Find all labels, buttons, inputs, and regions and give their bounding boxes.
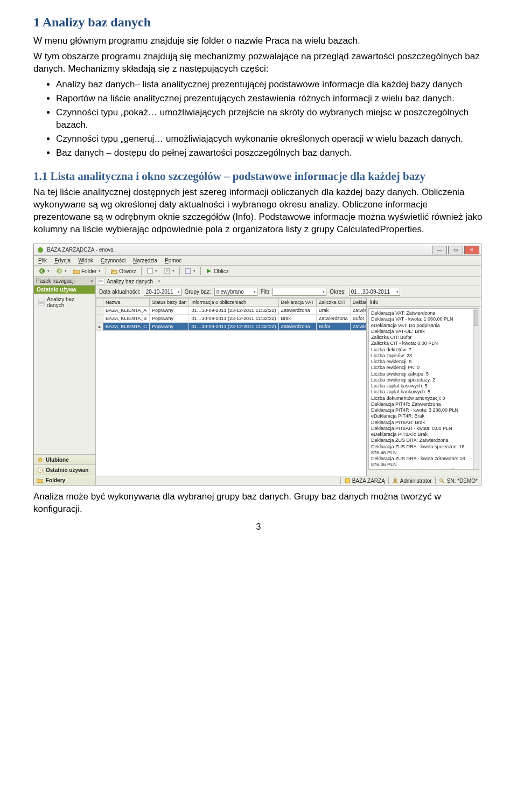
bullet-item: Baz danych – dostępu do pełnej zawartośc… xyxy=(56,147,484,159)
col-header[interactable]: Deklaracja ZUS DI xyxy=(350,299,367,307)
nav-recent-section[interactable]: Ostatnio używa xyxy=(34,286,95,294)
cell: Zatwierdzona xyxy=(350,307,367,315)
statusbar: BAZA ZARZĄ Administrator SN: *DEMO* xyxy=(96,476,481,485)
menu-widok[interactable]: Widok xyxy=(78,258,93,263)
info-panel: Info Deklaracja VAT: ZatwierdzonaDeklara… xyxy=(367,298,481,476)
nav-cat-fav[interactable]: Ulubione xyxy=(34,454,95,464)
group-field[interactable]: niewybrano xyxy=(214,288,257,296)
db-icon xyxy=(344,477,351,484)
page-number: 3 xyxy=(33,522,484,532)
info-line: Liczba zapisów: 28 xyxy=(371,353,477,359)
folder-icon xyxy=(73,268,80,274)
bullet-list: Analizy baz danych– lista analitycznej p… xyxy=(33,79,484,159)
maximize-button[interactable]: ▭ xyxy=(448,246,463,254)
toolbar-icon-1[interactable]: ▾ xyxy=(145,267,159,275)
cell: 01…30-09-2011 (23-12-2011 11:32:22) xyxy=(189,323,278,331)
nav-close-icon[interactable]: × xyxy=(90,279,93,284)
col-header[interactable]: Status bazy dan xyxy=(149,299,189,307)
oblicz-button[interactable]: Oblicz xyxy=(204,267,230,275)
col-header[interactable]: Nazwa xyxy=(103,299,150,307)
cell: Zatwierdzona xyxy=(278,307,316,315)
nav-cat-folders[interactable]: Foldery xyxy=(34,475,95,485)
svg-point-2 xyxy=(57,268,62,274)
cell: Brak xyxy=(278,315,316,323)
menu-edycja[interactable]: Edycja xyxy=(54,258,71,263)
status-user: Administrator xyxy=(388,477,432,484)
row-selector-header xyxy=(96,299,103,307)
folder-button[interactable]: Folder▾ xyxy=(72,267,102,275)
minimize-button[interactable]: — xyxy=(432,246,447,254)
paragraph: Analiza może być wykonywana dla wybranej… xyxy=(33,491,484,516)
close-button[interactable]: ✕ xyxy=(464,246,479,254)
info-line: Deklaracja VAT: Zatwierdzona xyxy=(371,310,477,316)
svg-point-1 xyxy=(39,268,45,274)
info-body: Deklaracja VAT: ZatwierdzonaDeklaracja V… xyxy=(368,308,479,470)
info-line: Deklaracja ZUS DRA - kwota zdrowotne: 18… xyxy=(371,456,477,468)
toolbar-separator xyxy=(106,267,106,275)
cell: Zatwierdzona xyxy=(316,315,350,323)
okres-field[interactable]: 01…30-09-2011 xyxy=(349,288,400,296)
menu-narzedzia[interactable]: Narzędzia xyxy=(133,258,157,263)
toolbar-icon-2[interactable]: ▾ xyxy=(162,267,176,275)
info-line: eDeklaracja PIT8AR: Brak xyxy=(371,432,477,438)
bullet-item: Czynności typu „pokaż… umożliwiających p… xyxy=(56,107,484,131)
list-icon xyxy=(38,299,45,306)
col-header[interactable]: Informacja o obliczeniach xyxy=(189,299,278,307)
scrollbar[interactable] xyxy=(473,309,479,469)
menu-czynnosci[interactable]: Czynności xyxy=(101,258,125,263)
cell: Bufor xyxy=(316,323,350,331)
cell: 01…30-09-2011 (23-12-2011 11:32:22) xyxy=(189,315,278,323)
info-line: Deklaracja PIT8AR: Brak xyxy=(371,420,477,426)
info-line: Deklaracja VAT-UE: Brak xyxy=(371,329,477,335)
status-sn: SN: *DEMO* xyxy=(435,477,478,484)
nav-item-analizy[interactable]: Analizy baz danych xyxy=(36,295,93,310)
menubar: Plik Edycja Widok Czynności Narzędzia Po… xyxy=(34,256,481,266)
toolbar-separator xyxy=(141,267,142,275)
info-line: Deklaracja ZUS DRA: Zatwierdzona xyxy=(371,438,477,443)
info-line: Liczba zapłat bankowych: 5 xyxy=(371,389,477,395)
info-line: Liczba ewidencji PK: 0 xyxy=(371,365,477,371)
menu-plik[interactable]: Plik xyxy=(38,258,47,263)
info-line: Liczba ewidencji zakupu: 5 xyxy=(371,371,477,377)
toolbar-separator xyxy=(200,267,201,275)
row-selector[interactable] xyxy=(96,315,103,323)
date-label: Data aktualności: xyxy=(99,289,141,295)
cell: Poprawny xyxy=(149,307,189,315)
date-field[interactable]: 20-10-2011 xyxy=(144,288,181,296)
heading-2: 1.1 Lista analityczna i okno szczegółów … xyxy=(33,170,484,183)
cell: Zatwierdzona xyxy=(350,323,367,331)
info-line: Liczba zapłat kasowych: 5 xyxy=(371,383,477,389)
nav-cat-recent[interactable]: Ostatnio używan xyxy=(34,464,95,475)
paragraph: W menu głównym programu znajduje się fol… xyxy=(33,35,484,47)
nav-forward-button[interactable]: ▾ xyxy=(54,267,68,275)
open-button[interactable]: Otwórz xyxy=(109,267,138,275)
menu-pomoc[interactable]: Pomoc xyxy=(165,258,181,263)
nav-panel: Pasek nawigacji × Ostatnio używa Analizy… xyxy=(34,277,96,485)
info-line: Liczba ewidencji: 5 xyxy=(371,359,477,365)
sheet-icon xyxy=(185,268,191,274)
breadcrumb-close-icon[interactable]: × xyxy=(157,279,160,284)
row-selector[interactable] xyxy=(96,307,103,315)
table-row[interactable]: BAZA_KLIENTA_APoprawny01…30-09-2011 (23-… xyxy=(96,307,367,315)
table-row[interactable]: BAZA_KLIENTA_BPoprawny01…30-09-2011 (23-… xyxy=(96,315,367,323)
app-window: BAZA ZARZĄDCZA - enova — ▭ ✕ Plik Edycja… xyxy=(33,244,481,485)
cell: BAZA_KLIENTA_A xyxy=(103,307,150,315)
toolbar-icon-3[interactable]: ▾ xyxy=(183,267,197,275)
col-header[interactable]: Zaliczka CIT xyxy=(316,299,350,307)
nav-header: Pasek nawigacji × xyxy=(34,277,95,286)
info-line: eDeklaracja VAT: Do podpisania xyxy=(371,323,477,329)
info-line: Deklaracja ZUS DRA - kwota społeczne: 18… xyxy=(371,444,477,456)
nav-back-button[interactable]: ▾ xyxy=(37,267,51,275)
info-line: Liczba ewidencji sprzedaży: 2 xyxy=(371,377,477,383)
oblicz-label: Oblicz xyxy=(214,268,229,274)
filter-bar: Data aktualności: 20-10-2011 Grupy baz: … xyxy=(96,286,481,298)
window-title: BAZA ZARZĄDCZA - enova xyxy=(47,247,432,253)
okres-label: Okres: xyxy=(330,289,345,295)
row-selector[interactable]: ▸ xyxy=(96,323,103,331)
open-label: Otwórz xyxy=(119,268,136,274)
col-header[interactable]: Deklaracja VAT xyxy=(278,299,316,307)
filter-field[interactable] xyxy=(273,288,326,296)
play-icon xyxy=(206,268,212,274)
table-row[interactable]: ▸BAZA_KLIENTA_CPoprawny01…30-09-2011 (23… xyxy=(96,323,367,331)
doc-icon xyxy=(164,268,170,274)
